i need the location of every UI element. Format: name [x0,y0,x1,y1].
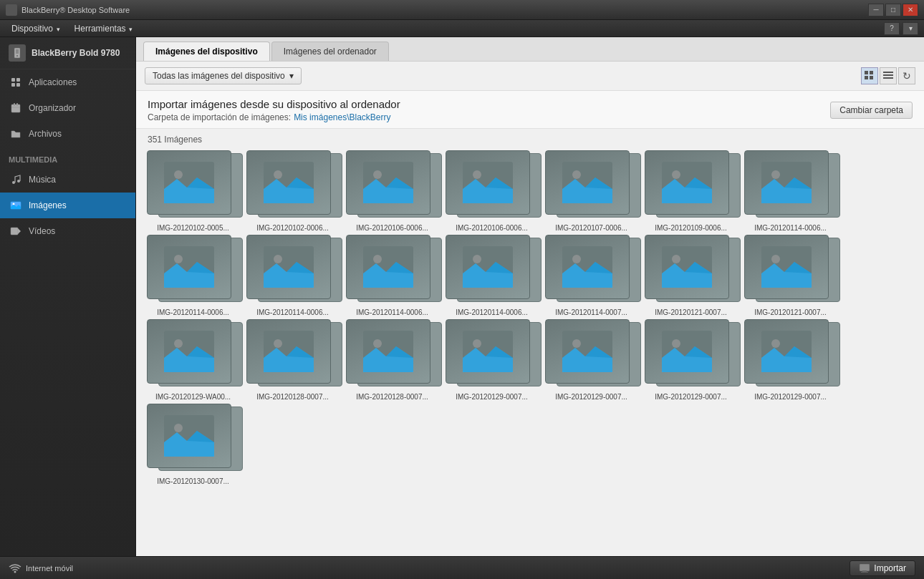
svg-point-51 [771,255,780,263]
svg-rect-5 [11,83,15,87]
list-view-button[interactable] [880,67,897,84]
menubar-close-button[interactable]: ▾ [903,22,918,35]
svg-point-33 [572,170,581,179]
organizador-icon [9,101,23,115]
svg-rect-70 [862,570,867,572]
image-thumbnail-11[interactable]: IMG-20120114-0007... [543,235,640,316]
menu-herramientas[interactable]: Herramientas ▾ [69,22,139,35]
image-stack-6 [744,150,837,222]
menubar: Dispositivo ▾ Herramientas ▾ ? ▾ [0,20,924,37]
image-thumbnail-0[interactable]: IMG-20120102-0005... [145,150,241,232]
image-thumbnail-6[interactable]: IMG-20120114-0006... [742,150,839,232]
cambiar-carpeta-button[interactable]: Cambiar carpeta [830,102,913,119]
content-area: Imágenes del dispositivo Imágenes del or… [136,37,924,556]
svg-point-11 [12,181,15,184]
image-thumbnail-20[interactable]: IMG-20120129-0007... [742,319,839,401]
tab-computer-images[interactable]: Imágenes del ordenador [271,42,389,61]
image-thumbnail-4[interactable]: IMG-20120107-0006... [543,150,640,232]
image-thumbnail-10[interactable]: IMG-20120114-0006... [443,235,540,316]
tab-device-images[interactable]: Imágenes del dispositivo [143,42,270,61]
image-thumbnail-21[interactable]: IMG-20120130-0007... [145,404,241,485]
refresh-button[interactable]: ↻ [898,67,915,84]
device-icon [9,44,26,62]
close-button[interactable]: ✕ [903,4,918,16]
svg-rect-18 [870,71,873,74]
menu-dispositivo[interactable]: Dispositivo ▾ [6,22,66,35]
sidebar-item-videos[interactable]: Vídeos [0,218,135,244]
image-thumbnail-7[interactable]: IMG-20120114-0006... [145,235,241,316]
image-stack-front [147,319,231,384]
svg-point-39 [174,255,183,263]
svg-point-55 [274,339,282,348]
view-buttons: ↻ [861,67,915,84]
svg-rect-6 [16,83,20,87]
musica-label: Música [29,175,56,185]
image-thumbnail-16[interactable]: IMG-20120128-0007... [344,319,441,401]
image-stack-front [645,150,729,215]
dispositivo-arrow-icon: ▾ [54,26,60,33]
grid-view-button[interactable] [861,67,878,84]
statusbar-internet-label: Internet móvil [26,564,73,573]
archivos-label: Archivos [29,129,62,139]
aplicaciones-label: Aplicaciones [29,77,77,87]
sidebar-item-organizador[interactable]: Organizador [0,95,135,121]
svg-rect-17 [865,71,868,74]
svg-point-63 [672,339,680,348]
app-title: BlackBerry® Desktop Software [21,6,868,14]
image-thumbnail-5[interactable]: IMG-20120109-0006... [643,150,739,232]
image-stack-front [346,150,430,215]
svg-marker-16 [18,228,21,234]
image-label-2: IMG-20120106-0006... [356,224,428,232]
device-item[interactable]: BlackBerry Bold 9780 [0,37,135,69]
image-stack-front [147,150,231,215]
help-button[interactable]: ? [884,22,900,35]
image-stack-front [545,150,630,215]
svg-point-57 [373,339,382,348]
image-thumbnail-12[interactable]: IMG-20120121-0007... [643,235,739,316]
import-path-link[interactable]: Mis imágenes\BlackBerry [294,112,390,122]
image-label-5: IMG-20120109-0006... [655,224,727,232]
image-label-18: IMG-20120129-0007... [555,393,627,401]
menubar-right: ? ▾ [884,22,918,35]
image-label-11: IMG-20120114-0007... [555,308,627,316]
image-thumbnail-18[interactable]: IMG-20120129-0007... [543,319,640,401]
minimize-button[interactable]: ─ [868,4,884,16]
device-name: BlackBerry Bold 9780 [32,48,120,58]
image-thumbnail-15[interactable]: IMG-20120128-0007... [244,319,341,401]
sidebar-item-aplicaciones[interactable]: Aplicaciones [0,69,135,95]
svg-rect-7 [11,104,20,112]
herramientas-arrow-icon: ▾ [127,26,133,33]
sidebar-item-musica[interactable]: Música [0,167,135,193]
aplicaciones-icon [9,75,23,89]
svg-point-43 [373,255,382,263]
import-header: Importar imágenes desde su dispositivo a… [136,91,924,129]
image-thumbnail-3[interactable]: IMG-20120106-0006... [443,150,540,232]
import-button[interactable]: Importar [850,560,915,576]
image-thumbnail-2[interactable]: IMG-20120106-0006... [344,150,441,232]
image-stack-3 [446,150,539,222]
svg-point-31 [473,170,481,179]
image-stack-0 [147,150,240,222]
image-thumbnail-8[interactable]: IMG-20120114-0006... [244,235,341,316]
images-count: 351 Imágenes [136,129,924,147]
image-thumbnail-19[interactable]: IMG-20120129-0007... [643,319,739,401]
image-stack-20 [744,319,837,391]
image-thumbnail-9[interactable]: IMG-20120114-0006... [344,235,441,316]
image-stack-front [147,235,231,299]
image-label-10: IMG-20120114-0006... [456,308,528,316]
sidebar-item-imagenes[interactable]: Imágenes [0,193,135,218]
sidebar-item-archivos[interactable]: Archivos [0,121,135,147]
image-stack-19 [645,319,738,391]
image-thumbnail-17[interactable]: IMG-20120129-0007... [443,319,540,401]
image-thumbnail-14[interactable]: IMG-20120129-WA00... [145,319,241,401]
archivos-icon [9,127,23,141]
image-thumbnail-1[interactable]: IMG-20120102-0006... [244,150,341,232]
videos-icon [9,224,23,238]
image-stack-front [545,319,630,384]
import-info: Importar imágenes desde su dispositivo a… [148,98,400,122]
svg-rect-22 [883,74,893,76]
image-thumbnail-13[interactable]: IMG-20120121-0007... [742,235,839,316]
multimedia-header: Multimedia [0,147,135,167]
filter-dropdown[interactable]: Todas las imágenes del dispositivo ▾ [145,67,302,84]
maximize-button[interactable]: □ [885,4,901,16]
